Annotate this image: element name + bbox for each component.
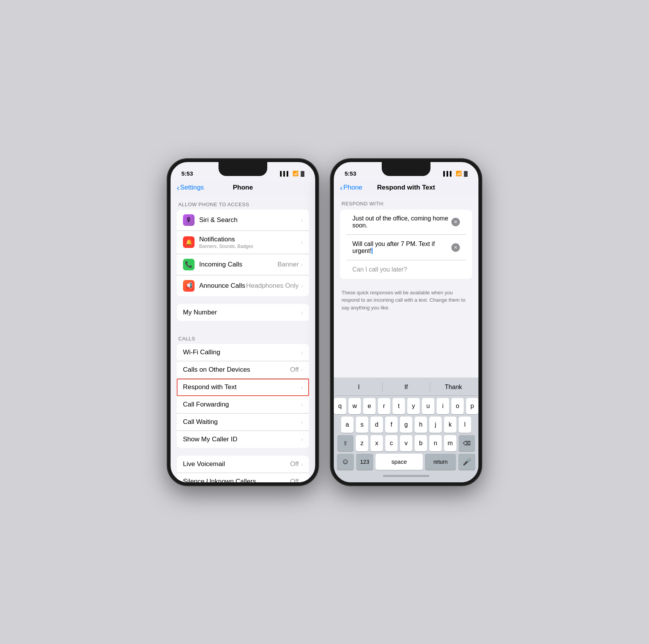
respond-hint-text: These quick responses will be available …: [334, 285, 478, 319]
my-number-chevron: ›: [301, 309, 303, 316]
key-l[interactable]: l: [459, 417, 471, 433]
announce-calls-label: Announce Calls: [199, 282, 246, 290]
live-voicemail-label: Live Voicemail: [183, 460, 290, 468]
calls-other-devices-label: Calls on Other Devices: [183, 366, 290, 374]
incoming-calls-value: Banner: [278, 261, 299, 268]
respond-clear-btn-1[interactable]: ✕: [451, 218, 460, 226]
silence-unknown-value: Off: [290, 478, 299, 482]
notch-1: [219, 162, 267, 176]
time-1: 5:53: [181, 170, 193, 177]
allow-list: 🎙 Siri & Search › 🔔 Notifications Banner…: [177, 210, 309, 296]
key-h[interactable]: h: [415, 417, 427, 433]
key-mic[interactable]: 🎤: [458, 454, 475, 470]
siri-chevron: ›: [301, 217, 303, 223]
keyboard-row-3: ⇧ z x c v b n m ⌫: [335, 435, 477, 451]
key-return[interactable]: return: [425, 454, 456, 470]
respond-with-text-label: Respond with Text: [183, 383, 301, 391]
keyboard-row-2: a s d f g h j k l: [335, 417, 477, 433]
screen-content-2: Respond With: Just out of the office, co…: [334, 195, 478, 378]
keyboard-row-4: ☺ 123 space return 🎤: [335, 454, 477, 470]
screen-content-1: Allow Phone to Access 🎙 Siri & Search › …: [171, 195, 315, 482]
my-number-item[interactable]: My Number ›: [177, 304, 309, 321]
key-123[interactable]: 123: [356, 454, 373, 470]
call-forwarding-chevron: ›: [301, 401, 303, 408]
notifications-label: Notifications: [199, 236, 301, 243]
suggestion-3[interactable]: Thank: [430, 382, 477, 392]
key-t[interactable]: t: [393, 398, 405, 414]
respond-with-text-item[interactable]: Respond with Text ›: [177, 379, 309, 396]
key-i[interactable]: i: [437, 398, 449, 414]
respond-with-header: Respond With:: [334, 195, 478, 210]
key-d[interactable]: d: [371, 417, 383, 433]
suggestion-2[interactable]: If: [383, 382, 430, 392]
settings-back-button[interactable]: ‹ Settings: [177, 184, 204, 191]
respond-text-item-2[interactable]: Will call you after 7 PM. Text if urgent…: [346, 235, 466, 260]
respond-text-1-value: Just out of the office, coming home soon…: [352, 215, 451, 229]
key-q[interactable]: q: [334, 398, 346, 414]
incoming-calls-item[interactable]: 📞 Incoming Calls Banner ›: [177, 254, 309, 275]
key-emoji[interactable]: ☺: [337, 454, 354, 470]
key-g[interactable]: g: [400, 417, 412, 433]
silence-unknown-chevron: ›: [301, 478, 303, 482]
live-voicemail-item[interactable]: Live Voicemail Off ›: [177, 456, 309, 473]
key-f[interactable]: f: [385, 417, 398, 433]
key-s[interactable]: s: [356, 417, 368, 433]
key-e[interactable]: e: [363, 398, 376, 414]
calls-other-devices-item[interactable]: Calls on Other Devices Off ›: [177, 361, 309, 379]
silence-unknown-label: Silence Unknown Callers: [183, 478, 290, 482]
call-waiting-label: Call Waiting: [183, 418, 301, 426]
siri-search-item[interactable]: 🎙 Siri & Search ›: [177, 210, 309, 231]
key-b[interactable]: b: [415, 435, 427, 451]
keyboard: I If Thank q w e r t y u i o p a s d: [334, 378, 478, 482]
silence-unknown-item[interactable]: Silence Unknown Callers Off ›: [177, 473, 309, 482]
suggestion-1[interactable]: I: [335, 382, 383, 392]
announce-calls-value: Headphones Only: [246, 282, 299, 290]
key-o[interactable]: o: [451, 398, 464, 414]
announce-calls-chevron: ›: [301, 283, 303, 289]
call-waiting-item[interactable]: Call Waiting ›: [177, 413, 309, 431]
show-caller-id-label: Show My Caller ID: [183, 436, 301, 443]
nav-bar-1: ‹ Settings Phone: [171, 181, 315, 195]
key-c[interactable]: c: [385, 435, 398, 451]
announce-calls-icon: 📢: [183, 280, 195, 292]
nav-bar-2: ‹ Phone Respond with Text: [334, 181, 478, 195]
show-caller-id-item[interactable]: Show My Caller ID ›: [177, 431, 309, 448]
key-a[interactable]: a: [341, 417, 354, 433]
notifications-item[interactable]: 🔔 Notifications Banners, Sounds, Badges …: [177, 231, 309, 254]
key-p[interactable]: p: [466, 398, 478, 414]
key-space[interactable]: space: [376, 454, 423, 470]
home-indicator-2: [335, 471, 477, 481]
call-forwarding-item[interactable]: Call Forwarding ›: [177, 396, 309, 413]
key-v[interactable]: v: [400, 435, 412, 451]
call-waiting-chevron: ›: [301, 419, 303, 425]
key-delete[interactable]: ⌫: [459, 435, 475, 451]
key-x[interactable]: x: [371, 435, 383, 451]
key-u[interactable]: u: [422, 398, 434, 414]
key-w[interactable]: w: [348, 398, 361, 414]
section-allow-header: Allow Phone to Access: [171, 195, 315, 210]
respond-text-item-3[interactable]: Can I call you later?: [346, 261, 466, 278]
key-y[interactable]: y: [407, 398, 420, 414]
wifi-calling-item[interactable]: Wi-Fi Calling ›: [177, 344, 309, 361]
key-r[interactable]: r: [378, 398, 390, 414]
respond-clear-btn-2[interactable]: ✕: [451, 243, 460, 252]
respond-text-list: Just out of the office, coming home soon…: [340, 210, 472, 279]
siri-icon: 🎙: [183, 214, 195, 226]
notifications-subtitle: Banners, Sounds, Badges: [199, 244, 301, 249]
back-label-1: Settings: [180, 184, 204, 191]
announce-calls-item[interactable]: 📢 Announce Calls Headphones Only ›: [177, 275, 309, 296]
key-z[interactable]: z: [356, 435, 368, 451]
key-m[interactable]: m: [444, 435, 456, 451]
phone-back-button[interactable]: ‹ Phone: [340, 184, 362, 191]
battery-icon-1: ▓: [301, 171, 304, 176]
key-k[interactable]: k: [444, 417, 456, 433]
signal-icon-2: ▌▌▌: [443, 171, 453, 176]
key-j[interactable]: j: [429, 417, 442, 433]
back-chevron-icon-2: ‹: [340, 184, 343, 191]
keyboard-row-1: q w e r t y u i o p: [335, 398, 477, 414]
respond-text-item-1[interactable]: Just out of the office, coming home soon…: [346, 210, 466, 235]
wifi-calling-chevron: ›: [301, 349, 303, 355]
key-shift[interactable]: ⇧: [337, 435, 354, 451]
notch-2: [382, 162, 430, 176]
key-n[interactable]: n: [429, 435, 442, 451]
